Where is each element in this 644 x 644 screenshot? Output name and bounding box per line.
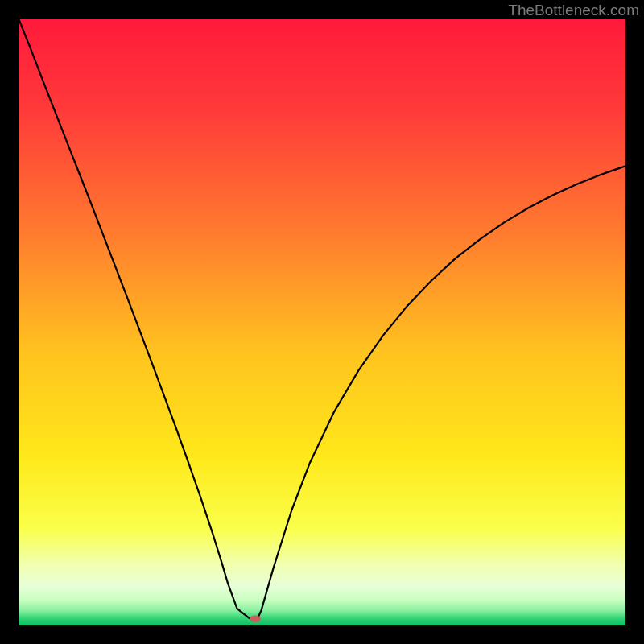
chart-background: [19, 19, 625, 625]
chart-frame: TheBottleneck.com: [0, 0, 644, 644]
optimal-point-marker: [250, 616, 261, 622]
plot-area: [19, 19, 625, 625]
attribution-text: TheBottleneck.com: [508, 2, 639, 19]
chart-svg: [19, 19, 625, 625]
